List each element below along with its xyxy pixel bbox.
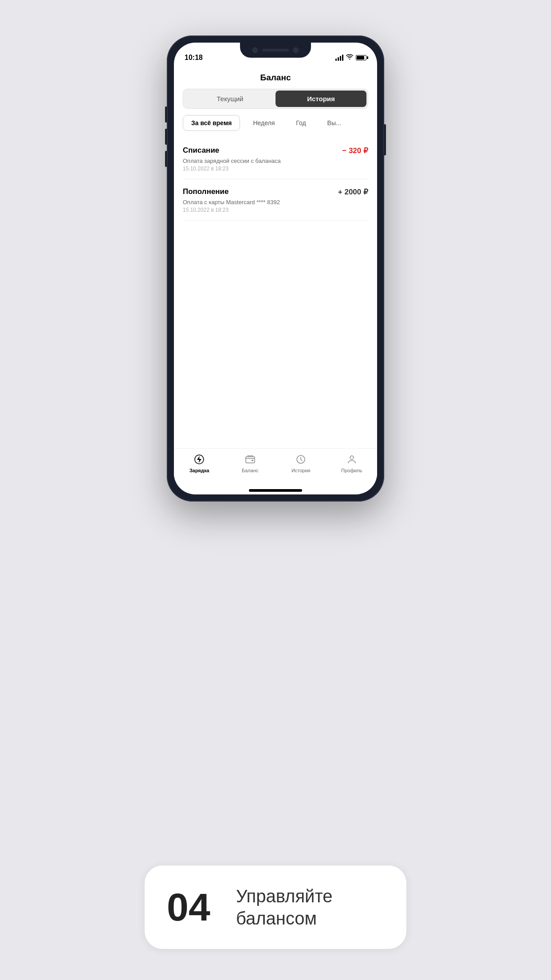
status-icons <box>335 54 366 61</box>
svg-point-4 <box>350 456 354 459</box>
svg-rect-2 <box>252 460 253 461</box>
transaction-amount-2: + 2000 ₽ <box>338 187 368 197</box>
nav-charging-label: Зарядка <box>189 468 209 473</box>
filter-year[interactable]: Год <box>287 115 314 131</box>
history-icon <box>295 453 307 466</box>
filter-week[interactable]: Неделя <box>244 115 283 131</box>
transaction-amount-1: − 320 ₽ <box>342 146 368 155</box>
nav-profile-label: Профиль <box>341 468 362 473</box>
tab-current[interactable]: Текущий <box>185 91 276 107</box>
card-number: 04 <box>167 888 220 927</box>
transaction-date-2: 15.10.2022 в 18:23 <box>183 207 368 213</box>
tab-switcher: Текущий История <box>183 89 368 109</box>
filter-all-time[interactable]: За всё время <box>183 115 240 131</box>
transaction-header-1: Списание − 320 ₽ <box>183 146 368 155</box>
wifi-icon <box>346 54 353 61</box>
battery-icon <box>356 55 366 60</box>
charging-icon <box>193 453 205 466</box>
phone-container: 10:18 <box>167 36 384 502</box>
notch-camera <box>252 47 258 53</box>
nav-history-label: История <box>291 468 311 473</box>
nav-balance[interactable]: Баланс <box>235 453 266 473</box>
notch-speaker <box>262 49 289 51</box>
phone-inner: 10:18 <box>174 43 377 494</box>
transaction-title-1: Списание <box>183 146 219 155</box>
transaction-date-1: 15.10.2022 в 18:23 <box>183 166 368 172</box>
profile-icon <box>346 453 358 466</box>
bottom-nav: Зарядка Баланс <box>174 448 377 487</box>
nav-charging[interactable]: Зарядка <box>184 453 215 473</box>
transaction-desc-2: Оплата с карты Mastercard **** 8392 <box>183 199 368 205</box>
filter-export[interactable]: Вы... <box>319 115 350 131</box>
nav-history[interactable]: История <box>285 453 316 473</box>
notch <box>240 43 311 58</box>
home-indicator <box>249 489 302 492</box>
transaction-list: Списание − 320 ₽ Оплата зарядной сессии … <box>174 138 377 448</box>
phone-outer: 10:18 <box>167 36 384 502</box>
signal-bars-icon <box>335 55 343 61</box>
transaction-header-2: Пополнение + 2000 ₽ <box>183 187 368 197</box>
bottom-card: 04 Управляйте балансом <box>145 865 406 949</box>
wallet-icon <box>244 453 256 466</box>
svg-rect-1 <box>246 457 255 463</box>
app-content: Баланс Текущий История За всё время Неде… <box>174 66 377 494</box>
status-time: 10:18 <box>185 54 203 62</box>
card-text: Управляйте балансом <box>236 885 384 929</box>
nav-balance-label: Баланс <box>242 468 258 473</box>
tab-history[interactable]: История <box>276 91 366 107</box>
table-row: Списание − 320 ₽ Оплата зарядной сессии … <box>183 138 368 179</box>
notch-sensor <box>293 47 299 53</box>
transaction-title-2: Пополнение <box>183 187 229 196</box>
page-wrapper: 10:18 <box>0 0 551 980</box>
nav-profile[interactable]: Профиль <box>336 453 367 473</box>
filter-row: За всё время Неделя Год Вы... <box>174 115 377 138</box>
transaction-desc-1: Оплата зарядной сессии с баланаса <box>183 158 368 164</box>
page-title: Баланс <box>174 66 377 89</box>
table-row: Пополнение + 2000 ₽ Оплата с карты Maste… <box>183 179 368 221</box>
